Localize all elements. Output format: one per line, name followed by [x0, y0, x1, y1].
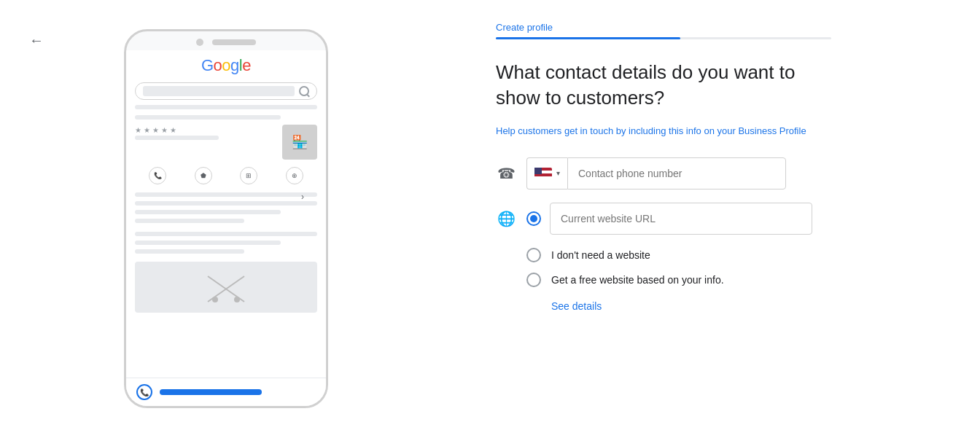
business-img: 🏪: [282, 125, 317, 160]
phone-bottom-bar: 📞: [126, 378, 326, 406]
google-g: G: [201, 56, 214, 74]
svg-point-2: [212, 297, 218, 302]
star-3: ★: [152, 126, 159, 134]
right-panel: Create profile What contact details do y…: [452, 0, 980, 422]
flag-canton: [534, 168, 542, 174]
no-website-label: I don't need a website: [551, 249, 650, 261]
phone-line-6: [135, 210, 281, 214]
phone-number-input[interactable]: [567, 157, 786, 189]
progress-bar-track: [496, 37, 831, 39]
phone-speaker: [212, 39, 256, 45]
progress-bar-fill: [496, 37, 680, 39]
map-svg: [204, 269, 248, 305]
google-o2: o: [222, 56, 230, 74]
left-panel: ← Google ★ ★: [0, 0, 452, 422]
phone-search-icon: [299, 86, 309, 96]
url-radio-button[interactable]: [526, 211, 541, 226]
phone-camera: [196, 39, 203, 46]
phone-line-10: [135, 249, 244, 254]
phone-map: [135, 262, 317, 313]
country-dropdown-chevron: ▾: [556, 169, 560, 177]
free-website-label: Get a free website based on your info.: [551, 274, 724, 286]
phone-line-2: [135, 115, 281, 120]
url-radio-group: [526, 203, 812, 235]
phone-line-3: [135, 136, 219, 140]
phone-share-icon: ⊕: [286, 167, 303, 184]
us-flag: [534, 168, 552, 179]
star-4: ★: [161, 126, 168, 134]
phone-call-icon: 📞: [149, 167, 166, 184]
phone-line-7: [135, 219, 244, 223]
google-o1: o: [214, 56, 222, 74]
phone-line-9: [135, 241, 281, 245]
website-url-input[interactable]: [550, 203, 812, 235]
phone-bottom-line: [160, 389, 262, 395]
google-g2: g: [230, 56, 239, 74]
phone-input-group: ▾: [526, 157, 786, 189]
phone-save-icon: ⊞: [240, 167, 257, 184]
free-website-radio[interactable]: [526, 273, 541, 287]
star-1: ★: [135, 126, 141, 134]
phone-line-4: [135, 192, 317, 197]
phone-stars: ★ ★ ★ ★ ★: [135, 126, 275, 134]
phone-bottom-call-icon: 📞: [136, 384, 152, 400]
progress-label: Create profile: [496, 22, 944, 33]
progress-section: Create profile: [496, 22, 944, 39]
phone-input-row: ☎ ▾: [496, 157, 944, 189]
star-5: ★: [170, 126, 176, 134]
free-website-option[interactable]: Get a free website based on your info.: [496, 273, 944, 287]
flag-stripe-white-2: [534, 176, 552, 179]
phone-mockup: Google ★ ★ ★ ★ ★: [124, 29, 328, 408]
phone-row-icon: ☎: [496, 165, 516, 182]
phone-search-bar: [135, 82, 317, 100]
phone-action-icons: 📞 ⬟ ⊞ ⊕: [135, 167, 317, 184]
page-title: What contact details do you want to show…: [496, 60, 831, 111]
chevron-right-icon: ›: [301, 192, 304, 202]
phone-line-1: [135, 105, 317, 109]
google-logo: Google: [135, 56, 317, 75]
back-button[interactable]: ←: [29, 32, 44, 49]
no-website-radio[interactable]: [526, 248, 541, 262]
phone-direction-icon: ⬟: [195, 167, 212, 184]
call-icon-symbol: 📞: [140, 388, 149, 396]
svg-point-3: [234, 297, 240, 302]
phone-screen: Google ★ ★ ★ ★ ★: [126, 50, 326, 378]
help-link[interactable]: Help customers get in touch by including…: [496, 124, 831, 138]
see-details-link[interactable]: See details: [496, 300, 944, 312]
url-row: 🌐: [496, 203, 944, 235]
phone-line-5: [135, 201, 317, 206]
globe-row-icon: 🌐: [496, 210, 516, 227]
google-e: e: [242, 56, 251, 74]
phone-search-input: [143, 86, 295, 96]
phone-line-8: [135, 232, 317, 236]
store-icon: 🏪: [292, 134, 308, 150]
star-2: ★: [144, 126, 150, 134]
phone-top-bar: [126, 31, 326, 50]
country-selector[interactable]: ▾: [526, 157, 567, 189]
no-website-option[interactable]: I don't need a website: [496, 248, 944, 262]
